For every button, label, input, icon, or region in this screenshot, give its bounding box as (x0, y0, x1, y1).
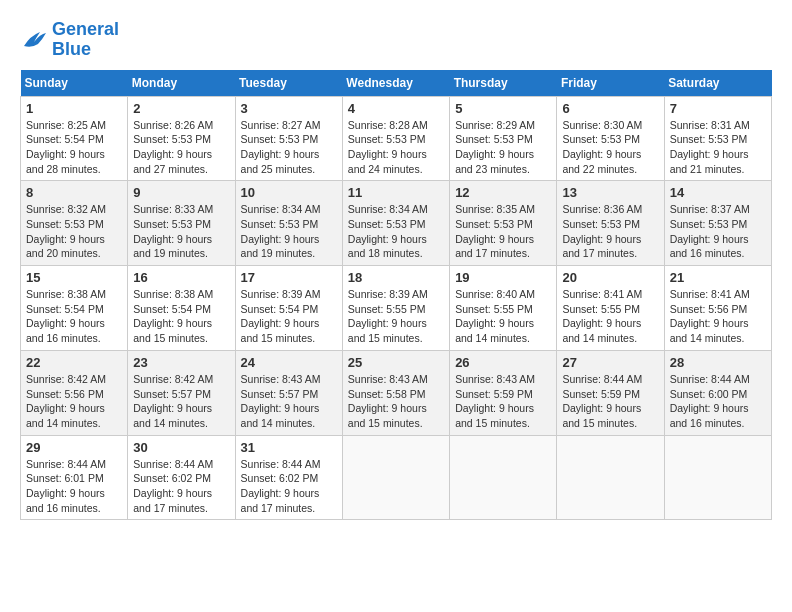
day-info: Sunrise: 8:42 AM Sunset: 5:57 PM Dayligh… (133, 372, 229, 431)
calendar-cell: 12Sunrise: 8:35 AM Sunset: 5:53 PM Dayli… (450, 181, 557, 266)
calendar-cell: 3Sunrise: 8:27 AM Sunset: 5:53 PM Daylig… (235, 96, 342, 181)
calendar-cell: 9Sunrise: 8:33 AM Sunset: 5:53 PM Daylig… (128, 181, 235, 266)
day-info: Sunrise: 8:27 AM Sunset: 5:53 PM Dayligh… (241, 118, 337, 177)
day-number: 16 (133, 270, 229, 285)
day-info: Sunrise: 8:32 AM Sunset: 5:53 PM Dayligh… (26, 202, 122, 261)
day-info: Sunrise: 8:26 AM Sunset: 5:53 PM Dayligh… (133, 118, 229, 177)
day-number: 24 (241, 355, 337, 370)
calendar-cell: 14Sunrise: 8:37 AM Sunset: 5:53 PM Dayli… (664, 181, 771, 266)
weekday-header-thursday: Thursday (450, 70, 557, 97)
calendar-cell: 21Sunrise: 8:41 AM Sunset: 5:56 PM Dayli… (664, 266, 771, 351)
calendar-cell (342, 435, 449, 520)
calendar-cell: 11Sunrise: 8:34 AM Sunset: 5:53 PM Dayli… (342, 181, 449, 266)
day-number: 10 (241, 185, 337, 200)
logo-text: General Blue (52, 20, 119, 60)
calendar-table: SundayMondayTuesdayWednesdayThursdayFrid… (20, 70, 772, 521)
day-number: 12 (455, 185, 551, 200)
day-number: 18 (348, 270, 444, 285)
calendar-cell: 19Sunrise: 8:40 AM Sunset: 5:55 PM Dayli… (450, 266, 557, 351)
day-number: 7 (670, 101, 766, 116)
day-number: 14 (670, 185, 766, 200)
day-info: Sunrise: 8:39 AM Sunset: 5:55 PM Dayligh… (348, 287, 444, 346)
day-number: 30 (133, 440, 229, 455)
calendar-cell (557, 435, 664, 520)
day-info: Sunrise: 8:33 AM Sunset: 5:53 PM Dayligh… (133, 202, 229, 261)
day-info: Sunrise: 8:36 AM Sunset: 5:53 PM Dayligh… (562, 202, 658, 261)
weekday-header-friday: Friday (557, 70, 664, 97)
calendar-cell: 27Sunrise: 8:44 AM Sunset: 5:59 PM Dayli… (557, 350, 664, 435)
day-info: Sunrise: 8:44 AM Sunset: 6:01 PM Dayligh… (26, 457, 122, 516)
calendar-cell: 18Sunrise: 8:39 AM Sunset: 5:55 PM Dayli… (342, 266, 449, 351)
weekday-header-saturday: Saturday (664, 70, 771, 97)
day-info: Sunrise: 8:43 AM Sunset: 5:58 PM Dayligh… (348, 372, 444, 431)
calendar-cell (664, 435, 771, 520)
day-info: Sunrise: 8:39 AM Sunset: 5:54 PM Dayligh… (241, 287, 337, 346)
calendar-cell: 31Sunrise: 8:44 AM Sunset: 6:02 PM Dayli… (235, 435, 342, 520)
calendar-cell: 23Sunrise: 8:42 AM Sunset: 5:57 PM Dayli… (128, 350, 235, 435)
calendar-cell: 16Sunrise: 8:38 AM Sunset: 5:54 PM Dayli… (128, 266, 235, 351)
day-number: 11 (348, 185, 444, 200)
day-info: Sunrise: 8:25 AM Sunset: 5:54 PM Dayligh… (26, 118, 122, 177)
day-info: Sunrise: 8:34 AM Sunset: 5:53 PM Dayligh… (348, 202, 444, 261)
day-info: Sunrise: 8:41 AM Sunset: 5:56 PM Dayligh… (670, 287, 766, 346)
page-header: General Blue (20, 20, 772, 60)
calendar-cell: 30Sunrise: 8:44 AM Sunset: 6:02 PM Dayli… (128, 435, 235, 520)
calendar-cell: 28Sunrise: 8:44 AM Sunset: 6:00 PM Dayli… (664, 350, 771, 435)
logo: General Blue (20, 20, 119, 60)
calendar-cell: 26Sunrise: 8:43 AM Sunset: 5:59 PM Dayli… (450, 350, 557, 435)
calendar-cell: 24Sunrise: 8:43 AM Sunset: 5:57 PM Dayli… (235, 350, 342, 435)
day-number: 6 (562, 101, 658, 116)
day-number: 26 (455, 355, 551, 370)
day-info: Sunrise: 8:44 AM Sunset: 6:02 PM Dayligh… (241, 457, 337, 516)
day-number: 31 (241, 440, 337, 455)
day-number: 3 (241, 101, 337, 116)
weekday-header-wednesday: Wednesday (342, 70, 449, 97)
day-number: 20 (562, 270, 658, 285)
weekday-header-monday: Monday (128, 70, 235, 97)
day-number: 29 (26, 440, 122, 455)
day-info: Sunrise: 8:38 AM Sunset: 5:54 PM Dayligh… (133, 287, 229, 346)
day-info: Sunrise: 8:42 AM Sunset: 5:56 PM Dayligh… (26, 372, 122, 431)
day-number: 22 (26, 355, 122, 370)
calendar-cell: 13Sunrise: 8:36 AM Sunset: 5:53 PM Dayli… (557, 181, 664, 266)
day-info: Sunrise: 8:38 AM Sunset: 5:54 PM Dayligh… (26, 287, 122, 346)
calendar-cell: 7Sunrise: 8:31 AM Sunset: 5:53 PM Daylig… (664, 96, 771, 181)
day-info: Sunrise: 8:44 AM Sunset: 6:00 PM Dayligh… (670, 372, 766, 431)
calendar-cell: 2Sunrise: 8:26 AM Sunset: 5:53 PM Daylig… (128, 96, 235, 181)
day-info: Sunrise: 8:43 AM Sunset: 5:59 PM Dayligh… (455, 372, 551, 431)
day-number: 2 (133, 101, 229, 116)
calendar-cell: 1Sunrise: 8:25 AM Sunset: 5:54 PM Daylig… (21, 96, 128, 181)
calendar-cell: 6Sunrise: 8:30 AM Sunset: 5:53 PM Daylig… (557, 96, 664, 181)
day-number: 21 (670, 270, 766, 285)
day-number: 23 (133, 355, 229, 370)
day-info: Sunrise: 8:34 AM Sunset: 5:53 PM Dayligh… (241, 202, 337, 261)
day-number: 4 (348, 101, 444, 116)
day-number: 5 (455, 101, 551, 116)
day-number: 17 (241, 270, 337, 285)
calendar-cell: 25Sunrise: 8:43 AM Sunset: 5:58 PM Dayli… (342, 350, 449, 435)
day-number: 9 (133, 185, 229, 200)
calendar-cell: 8Sunrise: 8:32 AM Sunset: 5:53 PM Daylig… (21, 181, 128, 266)
day-info: Sunrise: 8:37 AM Sunset: 5:53 PM Dayligh… (670, 202, 766, 261)
day-info: Sunrise: 8:43 AM Sunset: 5:57 PM Dayligh… (241, 372, 337, 431)
calendar-cell: 22Sunrise: 8:42 AM Sunset: 5:56 PM Dayli… (21, 350, 128, 435)
day-number: 27 (562, 355, 658, 370)
day-number: 19 (455, 270, 551, 285)
day-info: Sunrise: 8:35 AM Sunset: 5:53 PM Dayligh… (455, 202, 551, 261)
day-info: Sunrise: 8:29 AM Sunset: 5:53 PM Dayligh… (455, 118, 551, 177)
day-number: 25 (348, 355, 444, 370)
day-number: 28 (670, 355, 766, 370)
calendar-cell: 5Sunrise: 8:29 AM Sunset: 5:53 PM Daylig… (450, 96, 557, 181)
calendar-cell (450, 435, 557, 520)
logo-icon (20, 28, 48, 52)
calendar-cell: 29Sunrise: 8:44 AM Sunset: 6:01 PM Dayli… (21, 435, 128, 520)
day-info: Sunrise: 8:40 AM Sunset: 5:55 PM Dayligh… (455, 287, 551, 346)
day-info: Sunrise: 8:30 AM Sunset: 5:53 PM Dayligh… (562, 118, 658, 177)
day-info: Sunrise: 8:44 AM Sunset: 6:02 PM Dayligh… (133, 457, 229, 516)
calendar-cell: 17Sunrise: 8:39 AM Sunset: 5:54 PM Dayli… (235, 266, 342, 351)
calendar-cell: 4Sunrise: 8:28 AM Sunset: 5:53 PM Daylig… (342, 96, 449, 181)
weekday-header-sunday: Sunday (21, 70, 128, 97)
weekday-header-tuesday: Tuesday (235, 70, 342, 97)
calendar-cell: 15Sunrise: 8:38 AM Sunset: 5:54 PM Dayli… (21, 266, 128, 351)
calendar-cell: 10Sunrise: 8:34 AM Sunset: 5:53 PM Dayli… (235, 181, 342, 266)
